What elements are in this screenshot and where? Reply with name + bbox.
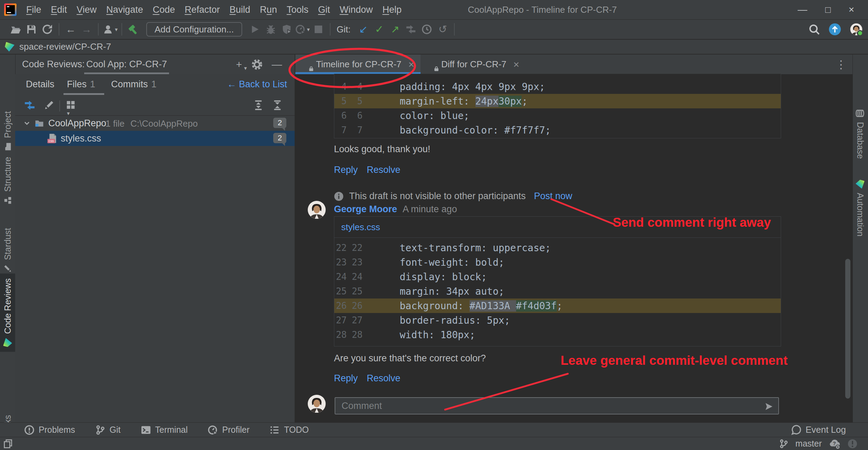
menu-item[interactable]: Refactor — [180, 4, 225, 15]
code-line: 22 22 text-transform: uppercase; — [334, 241, 781, 255]
event-log-button[interactable]: Event Log — [791, 424, 846, 435]
tab-files[interactable]: Files1 — [67, 79, 95, 90]
space-logo-icon — [856, 180, 865, 189]
close-button[interactable]: × — [849, 5, 854, 14]
user-icon[interactable]: ▾ — [102, 22, 118, 37]
settings-gear-icon[interactable] — [251, 59, 263, 70]
save-icon[interactable] — [23, 22, 39, 37]
author-name[interactable]: George Moore — [334, 204, 397, 215]
menu-item[interactable]: View — [72, 4, 101, 15]
new-line-number: 6 — [350, 110, 363, 121]
tab-close-icon[interactable]: × — [408, 59, 415, 70]
tab-details[interactable]: Details — [26, 79, 55, 90]
hide-panel-button[interactable]: — — [272, 59, 282, 70]
sidebar-item-code-reviews[interactable]: Code Reviews — [0, 273, 16, 352]
search-icon[interactable] — [809, 24, 820, 35]
space-logo-icon — [5, 42, 14, 52]
draft-notice-text: This draft is not visible to other parti… — [349, 191, 526, 202]
comment-header: George Moore A minute ago — [334, 204, 457, 215]
git-update-icon[interactable]: ↙ — [355, 22, 371, 37]
review-header-row: Code Reviews: Cool App: CP-CR-7 +▾ — Tim… — [15, 55, 853, 75]
menu-item[interactable]: Help — [377, 4, 406, 15]
code-line: 25 25 margin: 34px auto; — [334, 284, 781, 299]
menu-item[interactable]: Git — [313, 4, 335, 15]
back-to-list-link[interactable]: ← Back to List — [227, 79, 287, 90]
menu-item[interactable]: Run — [255, 4, 282, 15]
sidebar-item-database[interactable]: Database — [852, 104, 868, 164]
git-commit-icon[interactable]: ✓ — [371, 22, 387, 37]
compare-branches-icon[interactable] — [24, 100, 35, 111]
notification-icon[interactable] — [847, 439, 858, 449]
menu-item[interactable]: Edit — [46, 4, 72, 15]
reply-link[interactable]: Reply — [334, 165, 358, 175]
toolwindow-git[interactable]: Git — [95, 425, 121, 435]
pencil-icon — [3, 264, 12, 273]
review-tab[interactable]: Cool App: CP-CR-7 — [78, 55, 175, 74]
resolve-link[interactable]: Resolve — [367, 373, 401, 384]
cloud-help-icon[interactable]: ? — [829, 438, 840, 450]
old-line-number: 23 — [334, 257, 347, 267]
edit-pencil-icon[interactable] — [43, 100, 55, 111]
code-line: 26 26 background: #AD133A #f4d03f; — [334, 299, 781, 313]
sidebar-item-stardust[interactable]: Stardust — [0, 223, 16, 278]
maximize-button[interactable]: □ — [825, 5, 831, 14]
comment-text: Looks good, thank you! — [334, 144, 430, 155]
toolwindow-todo[interactable]: TODO — [269, 425, 309, 435]
git-push-icon[interactable]: ↗ — [387, 22, 403, 37]
menu-item[interactable]: Code — [148, 4, 180, 15]
old-line-number: 6 — [334, 110, 347, 121]
update-available-icon[interactable] — [829, 23, 841, 36]
old-line-number: 26 — [334, 301, 347, 311]
profiler-run-icon: ▾ — [295, 22, 310, 37]
toolwindow-profiler[interactable]: Profiler — [208, 425, 249, 435]
menu-item[interactable]: Window — [335, 4, 377, 15]
breadcrumb[interactable]: space-review/CP-CR-7 — [19, 41, 111, 52]
expand-all-icon[interactable] — [253, 100, 264, 110]
code-segment: background-color: #f7f7f7; — [376, 125, 551, 136]
add-configuration-button[interactable]: Add Configuration... — [146, 22, 242, 37]
collapse-all-icon[interactable] — [272, 100, 283, 110]
branch-name[interactable]: master — [796, 439, 822, 449]
chevron-down-icon: ▾ — [307, 26, 310, 33]
editor-tab[interactable]: Diff for CP-CR-7 × — [421, 55, 525, 74]
space-logo-icon — [3, 338, 12, 347]
post-now-link[interactable]: Post now — [534, 191, 572, 202]
sidebar-item-project[interactable]: Project — [0, 106, 16, 156]
add-review-button[interactable]: +▾ — [236, 59, 242, 70]
toolwindow-toggle-icon[interactable] — [3, 439, 13, 449]
toolwindow-problems[interactable]: Problems — [24, 425, 75, 435]
svg-text:css: css — [49, 139, 54, 143]
sidebar-item-structure[interactable]: Structure — [0, 152, 16, 209]
minimize-button[interactable]: — — [798, 5, 807, 14]
code-segment: background: — [376, 300, 470, 312]
chevron-down-icon[interactable] — [23, 119, 31, 127]
reply-link[interactable]: Reply — [334, 373, 358, 384]
open-folder-icon[interactable] — [8, 22, 23, 37]
tree-row[interactable]: CoolAppRepo 1 file C:\CoolAppRepo 2 — [15, 116, 295, 131]
menu-item[interactable]: File — [21, 4, 46, 15]
build-hammer-icon[interactable] — [126, 22, 141, 37]
back-icon[interactable]: ← — [63, 22, 79, 37]
scrollbar[interactable] — [845, 259, 850, 399]
comment-input[interactable] — [335, 398, 778, 414]
menu-item[interactable]: Build — [225, 4, 255, 15]
toolwindow-terminal[interactable]: Terminal — [141, 425, 188, 435]
tree-row-selected[interactable]: css styles.css 2 — [15, 131, 295, 146]
old-line-number: 24 — [334, 272, 347, 282]
editor-tab[interactable]: Timeline for CP-CR-7 × — [295, 55, 421, 74]
tab-commits[interactable]: Commits1 — [111, 79, 157, 90]
avatar[interactable] — [850, 23, 862, 36]
sync-icon[interactable] — [39, 22, 55, 37]
old-line-number: 27 — [334, 315, 347, 325]
group-by-icon[interactable]: ▾ — [66, 100, 76, 117]
breadcrumb-bar: space-review/CP-CR-7 — [0, 40, 868, 54]
coverage-icon — [279, 22, 295, 37]
menu-item[interactable]: Tools — [282, 4, 313, 15]
send-icon[interactable] — [765, 402, 773, 411]
tab-close-icon[interactable]: × — [513, 59, 520, 70]
menu-item[interactable]: Navigate — [101, 4, 148, 15]
sidebar-item-automation[interactable]: Automation — [852, 175, 868, 241]
space-logo-icon — [302, 59, 312, 70]
resolve-link[interactable]: Resolve — [367, 165, 401, 175]
more-options-icon[interactable]: ⋮ — [836, 58, 847, 71]
